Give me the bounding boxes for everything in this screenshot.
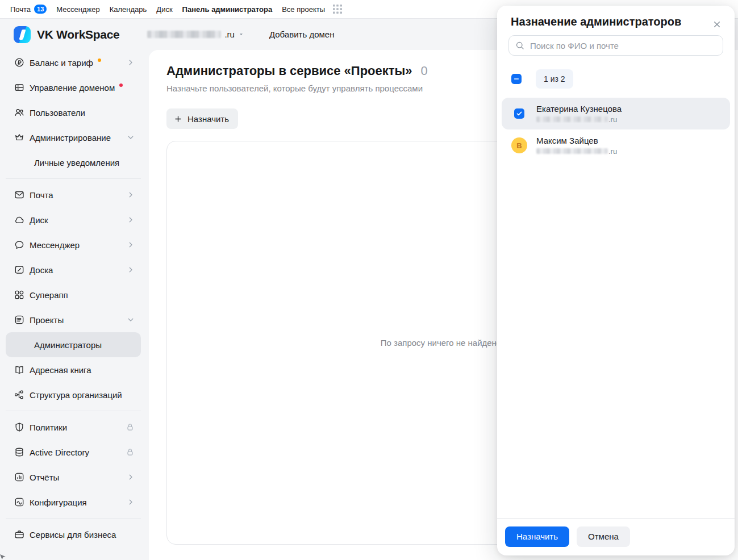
topbar-item-calendar[interactable]: Календарь bbox=[110, 5, 147, 14]
select-all-checkbox[interactable] bbox=[511, 74, 522, 84]
notification-dot bbox=[98, 58, 101, 62]
sidebar-item-label: Баланс и тариф bbox=[30, 58, 93, 68]
sidebar-item-адресная-книга[interactable]: Адресная книга bbox=[6, 357, 141, 382]
sidebar-divider bbox=[6, 518, 141, 519]
sidebar-item-label: Доска bbox=[30, 265, 53, 275]
domain-suffix: .ru bbox=[224, 30, 235, 39]
sidebar-item-label: Администраторы bbox=[34, 340, 102, 350]
sidebar-item-label: Политики bbox=[30, 423, 67, 432]
config-icon bbox=[14, 496, 25, 508]
sidebar-item-label: Структура организаций bbox=[30, 390, 122, 400]
user-row[interactable]: Екатерина Кузнецова .ru bbox=[502, 98, 730, 129]
modal-title: Назначение администраторов bbox=[511, 15, 721, 28]
sidebar-item-проекты[interactable]: Проекты bbox=[6, 307, 141, 332]
sidebar-item-диск[interactable]: Диск bbox=[6, 207, 141, 232]
chevron-right-icon bbox=[126, 190, 135, 199]
sidebar-item-администраторы[interactable]: Администраторы bbox=[6, 332, 141, 357]
modal-cancel-button[interactable]: Отмена bbox=[577, 526, 630, 547]
address-book-icon bbox=[14, 364, 25, 375]
sidebar-item-конфигурация[interactable]: Конфигурация bbox=[6, 490, 141, 515]
sidebar-item-баланс-и-тариф[interactable]: Баланс и тариф bbox=[6, 50, 141, 75]
sidebar-item-личные-уведомления[interactable]: Личные уведомления bbox=[6, 150, 141, 175]
topbar-item-all-projects[interactable]: Все проекты bbox=[282, 5, 325, 14]
mail-icon bbox=[14, 189, 25, 200]
user-row[interactable]: В Максим Зайцев .ru bbox=[502, 129, 730, 161]
selection-count-badge: 1 из 2 bbox=[536, 69, 573, 89]
brand-title: VK WorkSpace bbox=[37, 28, 119, 41]
sidebar-item-политики[interactable]: Политики bbox=[6, 415, 141, 440]
sidebar-item-пользователи[interactable]: Пользователи bbox=[6, 100, 141, 125]
caret-down-icon bbox=[238, 31, 244, 37]
sidebar-item-структура-организаций[interactable]: Структура организаций bbox=[6, 382, 141, 407]
projects-icon bbox=[14, 314, 25, 325]
sidebar-item-label: Суперапп bbox=[30, 290, 68, 300]
sidebar-item-label: Сервисы для бизнеса bbox=[30, 530, 116, 540]
sidebar-item-суперапп[interactable]: Суперапп bbox=[6, 282, 141, 307]
topbar-item-admin-panel[interactable]: Панель администратора bbox=[182, 5, 273, 14]
page-title: Администраторы в сервисе «Проекты» bbox=[166, 64, 412, 78]
sidebar-item-label: Диск bbox=[30, 215, 48, 225]
reports-icon bbox=[14, 471, 25, 483]
notification-dot bbox=[119, 83, 123, 87]
sidebar-divider bbox=[6, 178, 141, 179]
lock-icon bbox=[125, 447, 135, 457]
domain-switcher[interactable]: .ru bbox=[147, 30, 244, 39]
apps-grid-icon[interactable] bbox=[332, 4, 343, 15]
chevron-right-icon bbox=[126, 240, 135, 249]
user-checkbox-checked[interactable] bbox=[514, 108, 524, 119]
sidebar-item-label: Проекты bbox=[30, 315, 64, 325]
add-domain-button[interactable]: Добавить домен bbox=[269, 30, 335, 39]
admin-count: 0 bbox=[421, 64, 428, 78]
sidebar-item-администрирование[interactable]: Администрирование bbox=[6, 125, 141, 150]
sidebar-item-label: Адресная книга bbox=[30, 365, 91, 375]
modal-assign-button[interactable]: Назначить bbox=[505, 526, 569, 547]
unread-count-badge: 13 bbox=[34, 5, 47, 14]
close-icon[interactable] bbox=[712, 19, 722, 30]
crown-icon bbox=[14, 132, 25, 143]
sidebar-item-управление-доменом[interactable]: Управление доменом bbox=[6, 75, 141, 100]
sidebar-item-label: Конфигурация bbox=[30, 498, 87, 507]
sidebar-item-доска[interactable]: Доска bbox=[6, 257, 141, 282]
vk-workspace-logo-icon[interactable] bbox=[14, 26, 31, 43]
sidebar-item-active-directory[interactable]: Active Directory bbox=[6, 440, 141, 465]
chevron-down-icon bbox=[126, 133, 135, 142]
sidebar-item-label: Мессенджер bbox=[30, 240, 80, 250]
topbar-item-mail[interactable]: Почта13 bbox=[10, 5, 47, 14]
chevron-down-icon bbox=[126, 315, 135, 324]
mouse-cursor-icon bbox=[0, 553, 7, 560]
user-email: .ru bbox=[536, 115, 622, 124]
assign-admins-modal: Назначение администраторов 1 из 2 Екатер… bbox=[497, 6, 735, 555]
database-icon bbox=[14, 446, 25, 458]
sidebar-item-сервисы-для-бизнеса[interactable]: Сервисы для бизнеса bbox=[6, 522, 141, 547]
shield-icon bbox=[14, 421, 25, 433]
sidebar-item-label: Пользователи bbox=[30, 108, 85, 118]
chevron-right-icon bbox=[126, 265, 135, 274]
sidebar-item-label: Почта bbox=[30, 190, 53, 200]
sidebar-item-label: Active Directory bbox=[30, 448, 89, 457]
user-name: Екатерина Кузнецова bbox=[536, 104, 622, 114]
topbar-item-messenger[interactable]: Мессенджер bbox=[56, 5, 99, 14]
chat-icon bbox=[14, 239, 25, 250]
lock-icon bbox=[125, 422, 135, 432]
assign-admin-button[interactable]: Назначить bbox=[166, 108, 238, 129]
chevron-right-icon bbox=[126, 58, 135, 67]
sidebar-item-label: Отчёты bbox=[30, 473, 59, 482]
topbar-item-disk[interactable]: Диск bbox=[156, 5, 172, 14]
redacted-email bbox=[536, 116, 608, 122]
sidebar-item-label: Личные уведомления bbox=[34, 158, 119, 168]
superapp-icon bbox=[14, 289, 25, 300]
plus-icon bbox=[173, 114, 183, 124]
user-avatar: В bbox=[511, 137, 527, 153]
briefcase-icon bbox=[14, 529, 25, 540]
sidebar: Баланс и тарифУправление доменомПользова… bbox=[0, 50, 149, 560]
user-name: Максим Зайцев bbox=[536, 136, 617, 145]
chevron-right-icon bbox=[126, 498, 135, 507]
sidebar-item-отчёты[interactable]: Отчёты bbox=[6, 465, 141, 490]
sidebar-item-мессенджер[interactable]: Мессенджер bbox=[6, 232, 141, 257]
search-input[interactable] bbox=[508, 35, 723, 56]
ruble-circle-icon bbox=[14, 57, 25, 68]
sidebar-item-почта[interactable]: Почта bbox=[6, 182, 141, 207]
chevron-right-icon bbox=[126, 473, 135, 482]
users-icon bbox=[14, 107, 25, 118]
sidebar-divider bbox=[6, 411, 141, 411]
